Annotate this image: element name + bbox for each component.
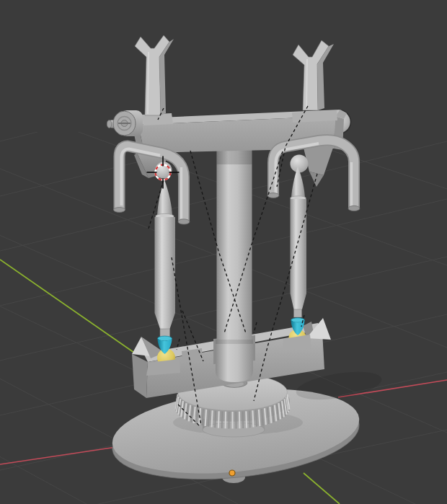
object-origin-dot[interactable] <box>229 470 235 476</box>
fork-base-right <box>292 110 337 123</box>
viewport-canvas <box>0 0 447 504</box>
pivot-sphere-right <box>291 155 309 173</box>
center-column[interactable] <box>216 149 253 382</box>
blender-3d-viewport <box>0 0 447 504</box>
